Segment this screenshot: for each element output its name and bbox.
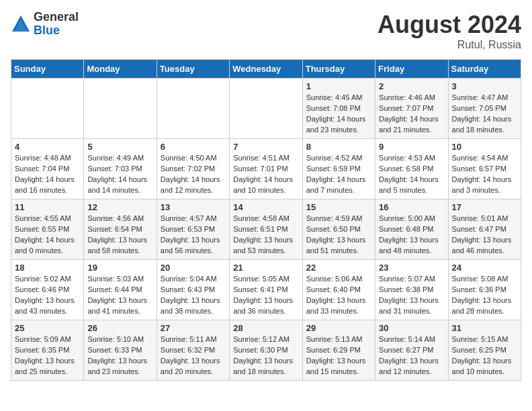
calendar-cell: 6Sunrise: 4:50 AM Sunset: 7:02 PM Daylig… — [157, 139, 229, 199]
cell-content: Sunrise: 4:56 AM Sunset: 6:54 PM Dayligh… — [87, 214, 152, 257]
cell-content: Sunrise: 4:58 AM Sunset: 6:51 PM Dayligh… — [233, 214, 298, 257]
day-number: 24 — [452, 263, 517, 273]
day-number: 17 — [452, 202, 517, 212]
weekday-header-saturday: Saturday — [448, 60, 521, 79]
day-number: 31 — [452, 323, 517, 333]
cell-content: Sunrise: 5:11 AM Sunset: 6:32 PM Dayligh… — [161, 334, 226, 377]
logo: General Blue — [11, 11, 79, 38]
cell-content: Sunrise: 4:53 AM Sunset: 6:58 PM Dayligh… — [379, 153, 444, 196]
calendar-week-row: 1Sunrise: 4:45 AM Sunset: 7:08 PM Daylig… — [11, 79, 521, 139]
day-number: 12 — [87, 202, 152, 212]
day-number: 6 — [161, 142, 226, 152]
calendar-cell: 26Sunrise: 5:10 AM Sunset: 6:33 PM Dayli… — [84, 320, 157, 381]
calendar-cell: 1Sunrise: 4:45 AM Sunset: 7:08 PM Daylig… — [302, 79, 375, 139]
day-number: 27 — [161, 323, 226, 333]
day-number: 5 — [87, 142, 152, 152]
day-number: 30 — [379, 323, 444, 333]
logo-icon — [11, 14, 31, 34]
day-number: 19 — [87, 263, 152, 273]
weekday-header-wednesday: Wednesday — [230, 60, 302, 79]
calendar-cell: 17Sunrise: 5:01 AM Sunset: 6:47 PM Dayli… — [448, 199, 521, 260]
cell-content: Sunrise: 4:48 AM Sunset: 7:04 PM Dayligh… — [15, 153, 80, 196]
cell-content: Sunrise: 4:57 AM Sunset: 6:53 PM Dayligh… — [161, 214, 226, 257]
calendar-cell — [11, 79, 84, 139]
calendar-cell: 30Sunrise: 5:14 AM Sunset: 6:27 PM Dayli… — [375, 320, 448, 381]
cell-content: Sunrise: 5:04 AM Sunset: 6:43 PM Dayligh… — [161, 274, 226, 317]
day-number: 26 — [87, 323, 152, 333]
calendar-cell: 23Sunrise: 5:07 AM Sunset: 6:38 PM Dayli… — [375, 260, 448, 320]
calendar-week-row: 4Sunrise: 4:48 AM Sunset: 7:04 PM Daylig… — [11, 139, 521, 199]
calendar-table: SundayMondayTuesdayWednesdayThursdayFrid… — [11, 59, 521, 381]
cell-content: Sunrise: 5:13 AM Sunset: 6:29 PM Dayligh… — [306, 334, 371, 377]
cell-content: Sunrise: 5:00 AM Sunset: 6:48 PM Dayligh… — [379, 214, 444, 257]
cell-content: Sunrise: 5:03 AM Sunset: 6:44 PM Dayligh… — [87, 274, 152, 317]
cell-content: Sunrise: 4:52 AM Sunset: 6:59 PM Dayligh… — [306, 153, 371, 196]
weekday-header-sunday: Sunday — [11, 60, 84, 79]
cell-content: Sunrise: 5:07 AM Sunset: 6:38 PM Dayligh… — [379, 274, 444, 317]
day-number: 4 — [15, 142, 80, 152]
cell-content: Sunrise: 5:06 AM Sunset: 6:40 PM Dayligh… — [306, 274, 371, 317]
day-number: 23 — [379, 263, 444, 273]
weekday-header-tuesday: Tuesday — [157, 60, 229, 79]
day-number: 11 — [15, 202, 80, 212]
day-number: 2 — [379, 81, 444, 91]
calendar-cell: 14Sunrise: 4:58 AM Sunset: 6:51 PM Dayli… — [230, 199, 302, 260]
calendar-cell: 27Sunrise: 5:11 AM Sunset: 6:32 PM Dayli… — [157, 320, 229, 381]
calendar-cell: 7Sunrise: 4:51 AM Sunset: 7:01 PM Daylig… — [230, 139, 302, 199]
cell-content: Sunrise: 4:59 AM Sunset: 6:50 PM Dayligh… — [306, 214, 371, 257]
calendar-cell: 25Sunrise: 5:09 AM Sunset: 6:35 PM Dayli… — [11, 320, 84, 381]
calendar-cell: 13Sunrise: 4:57 AM Sunset: 6:53 PM Dayli… — [157, 199, 229, 260]
cell-content: Sunrise: 5:02 AM Sunset: 6:46 PM Dayligh… — [15, 274, 80, 317]
calendar-cell: 10Sunrise: 4:54 AM Sunset: 6:57 PM Dayli… — [448, 139, 521, 199]
calendar-cell: 29Sunrise: 5:13 AM Sunset: 6:29 PM Dayli… — [302, 320, 375, 381]
calendar-cell — [84, 79, 157, 139]
cell-content: Sunrise: 5:14 AM Sunset: 6:27 PM Dayligh… — [379, 334, 444, 377]
weekday-header-monday: Monday — [84, 60, 157, 79]
day-number: 14 — [233, 202, 298, 212]
cell-content: Sunrise: 5:12 AM Sunset: 6:30 PM Dayligh… — [233, 334, 298, 377]
calendar-cell: 18Sunrise: 5:02 AM Sunset: 6:46 PM Dayli… — [11, 260, 84, 320]
cell-content: Sunrise: 5:01 AM Sunset: 6:47 PM Dayligh… — [452, 214, 517, 257]
logo-general: General — [34, 11, 79, 24]
cell-content: Sunrise: 5:05 AM Sunset: 6:41 PM Dayligh… — [233, 274, 298, 317]
day-number: 15 — [306, 202, 371, 212]
day-number: 9 — [379, 142, 444, 152]
calendar-cell: 5Sunrise: 4:49 AM Sunset: 7:03 PM Daylig… — [84, 139, 157, 199]
calendar-cell: 9Sunrise: 4:53 AM Sunset: 6:58 PM Daylig… — [375, 139, 448, 199]
cell-content: Sunrise: 4:49 AM Sunset: 7:03 PM Dayligh… — [87, 153, 152, 196]
calendar-cell: 8Sunrise: 4:52 AM Sunset: 6:59 PM Daylig… — [302, 139, 375, 199]
cell-content: Sunrise: 4:55 AM Sunset: 6:55 PM Dayligh… — [15, 214, 80, 257]
calendar-cell: 21Sunrise: 5:05 AM Sunset: 6:41 PM Dayli… — [230, 260, 302, 320]
day-number: 29 — [306, 323, 371, 333]
calendar-week-row: 11Sunrise: 4:55 AM Sunset: 6:55 PM Dayli… — [11, 199, 521, 260]
day-number: 1 — [306, 81, 371, 91]
day-number: 22 — [306, 263, 371, 273]
day-number: 7 — [233, 142, 298, 152]
calendar-cell — [157, 79, 229, 139]
day-number: 21 — [233, 263, 298, 273]
calendar-week-row: 25Sunrise: 5:09 AM Sunset: 6:35 PM Dayli… — [11, 320, 521, 381]
cell-content: Sunrise: 4:46 AM Sunset: 7:07 PM Dayligh… — [379, 93, 444, 136]
calendar-cell: 16Sunrise: 5:00 AM Sunset: 6:48 PM Dayli… — [375, 199, 448, 260]
day-number: 18 — [15, 263, 80, 273]
day-number: 28 — [233, 323, 298, 333]
calendar-cell: 20Sunrise: 5:04 AM Sunset: 6:43 PM Dayli… — [157, 260, 229, 320]
day-number: 3 — [452, 81, 517, 91]
calendar-cell: 2Sunrise: 4:46 AM Sunset: 7:07 PM Daylig… — [375, 79, 448, 139]
calendar-cell: 19Sunrise: 5:03 AM Sunset: 6:44 PM Dayli… — [84, 260, 157, 320]
cell-content: Sunrise: 4:50 AM Sunset: 7:02 PM Dayligh… — [161, 153, 226, 196]
calendar-cell: 11Sunrise: 4:55 AM Sunset: 6:55 PM Dayli… — [11, 199, 84, 260]
day-number: 13 — [161, 202, 226, 212]
day-number: 20 — [161, 263, 226, 273]
page-header: General Blue August 2024 Rutul, Russia — [11, 11, 521, 51]
calendar-cell — [230, 79, 302, 139]
calendar-cell: 24Sunrise: 5:08 AM Sunset: 6:36 PM Dayli… — [448, 260, 521, 320]
cell-content: Sunrise: 5:09 AM Sunset: 6:35 PM Dayligh… — [15, 334, 80, 377]
day-number: 8 — [306, 142, 371, 152]
cell-content: Sunrise: 5:15 AM Sunset: 6:25 PM Dayligh… — [452, 334, 517, 377]
day-number: 16 — [379, 202, 444, 212]
location-subtitle: Rutul, Russia — [378, 39, 521, 51]
day-number: 10 — [452, 142, 517, 152]
day-number: 25 — [15, 323, 80, 333]
calendar-cell: 31Sunrise: 5:15 AM Sunset: 6:25 PM Dayli… — [448, 320, 521, 381]
